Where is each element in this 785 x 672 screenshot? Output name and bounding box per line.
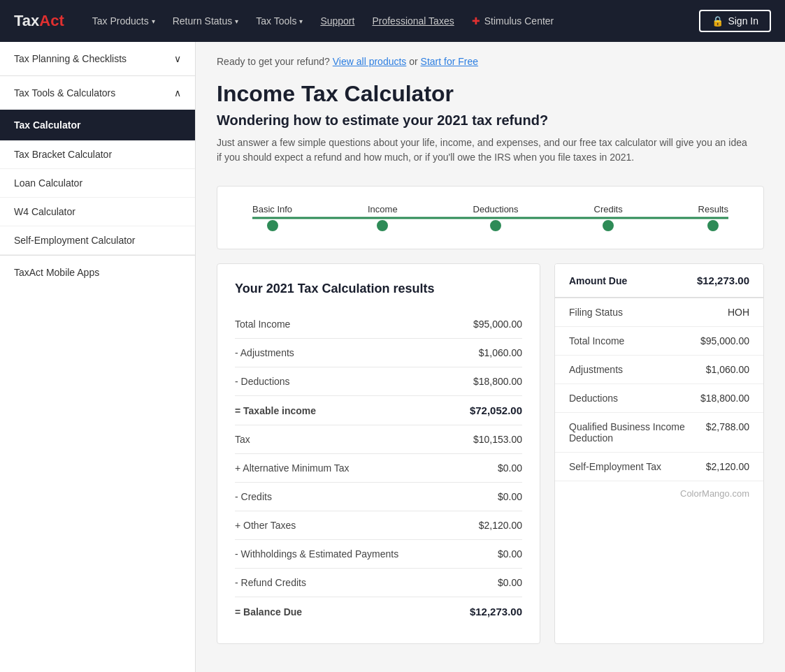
sidebar-section-tools: Tax Tools & Calculators ∧ Tax Calculator… — [0, 76, 195, 256]
refund-banner: Ready to get your refund? View all produ… — [217, 56, 764, 67]
nav-professional-taxes[interactable]: Professional Taxes — [365, 10, 461, 32]
sidebar-item-tax-bracket[interactable]: Tax Bracket Calculator — [0, 140, 195, 169]
result-adjustments: - Adjustments $1,060.00 — [235, 339, 522, 367]
summary-adjustments: Adjustments $1,060.00 — [555, 356, 763, 384]
result-other-taxes: + Other Taxes $2,120.00 — [235, 511, 522, 540]
result-deductions: - Deductions $18,800.00 — [235, 367, 522, 396]
step-deductions[interactable]: Deductions — [473, 204, 519, 231]
summary-header: Amount Due $12,273.00 — [555, 264, 763, 298]
sidebar-header-planning[interactable]: Tax Planning & Checklists ∨ — [0, 42, 195, 75]
nav-support[interactable]: Support — [313, 10, 361, 32]
summary-qbi-deduction: Qualified Business Income Deduction $2,7… — [555, 413, 763, 453]
page-subtitle: Wondering how to estimate your 2021 tax … — [217, 112, 764, 129]
nav-stimulus-center[interactable]: ✚ Stimulus Center — [465, 10, 561, 32]
signin-button[interactable]: 🔒 Sign In — [699, 10, 771, 32]
step-dot — [490, 220, 501, 231]
sidebar: Tax Planning & Checklists ∨ Tax Tools & … — [0, 42, 196, 672]
results-main-card: Your 2021 Tax Calculation results Total … — [217, 263, 540, 644]
chevron-down-icon: ▾ — [235, 17, 238, 25]
result-withholdings: - Withholdings & Estimated Payments $0.0… — [235, 540, 522, 569]
summary-deductions: Deductions $18,800.00 — [555, 384, 763, 413]
chevron-up-icon: ∧ — [174, 87, 181, 98]
chevron-down-icon: ▾ — [299, 17, 303, 25]
logo-act: Act — [39, 12, 64, 30]
step-dot — [707, 220, 719, 231]
step-credits[interactable]: Credits — [594, 204, 623, 231]
lock-icon: 🔒 — [712, 15, 723, 27]
nav-tax-products[interactable]: Tax Products ▾ — [85, 10, 162, 32]
main-layout: Tax Planning & Checklists ∨ Tax Tools & … — [0, 42, 785, 672]
result-total-income: Total Income $95,000.00 — [235, 310, 522, 339]
result-credits: - Credits $0.00 — [235, 483, 522, 511]
result-taxable-income: = Taxable income $72,052.00 — [235, 396, 522, 425]
summary-filing-status: Filing Status HOH — [555, 298, 763, 327]
result-balance-due: = Balance Due $12,273.00 — [235, 597, 522, 626]
main-content: Ready to get your refund? View all produ… — [196, 42, 785, 672]
result-tax: Tax $10,153.00 — [235, 425, 522, 454]
result-alt-min-tax: + Alternative Minimum Tax $0.00 — [235, 454, 522, 483]
view-all-products-link[interactable]: View all products — [333, 56, 407, 67]
summary-self-employment-tax: Self-Employment Tax $2,120.00 — [555, 453, 763, 481]
sidebar-tools-label: Tax Tools & Calculators — [14, 87, 115, 98]
nav-return-status[interactable]: Return Status ▾ — [166, 10, 246, 32]
results-layout: Your 2021 Tax Calculation results Total … — [217, 263, 764, 644]
progress-track: Basic Info Income Deductions Credits — [252, 204, 728, 231]
sidebar-active-item[interactable]: Tax Calculator — [0, 110, 195, 140]
red-cross-icon: ✚ — [472, 15, 480, 27]
summary-card: Amount Due $12,273.00 Filing Status HOH … — [554, 263, 764, 644]
page-description: Just answer a few simple questions about… — [217, 136, 748, 165]
nav-tax-tools[interactable]: Tax Tools ▾ — [249, 10, 310, 32]
sidebar-item-self-employment[interactable]: Self-Employment Calculator — [0, 226, 195, 255]
step-basic-info[interactable]: Basic Info — [252, 204, 292, 231]
sidebar-item-mobile-apps[interactable]: TaxAct Mobile Apps — [0, 256, 195, 289]
progress-steps: Basic Info Income Deductions Credits — [252, 204, 728, 231]
sidebar-section-planning: Tax Planning & Checklists ∨ — [0, 42, 195, 76]
sidebar-planning-label: Tax Planning & Checklists — [14, 53, 127, 64]
start-for-free-link[interactable]: Start for Free — [421, 56, 478, 67]
chevron-down-icon: ∨ — [174, 53, 181, 64]
sidebar-item-w4[interactable]: W4 Calculator — [0, 198, 195, 226]
step-dot — [603, 220, 614, 231]
results-title: Your 2021 Tax Calculation results — [235, 282, 522, 296]
summary-amount-due-label: Amount Due — [569, 275, 627, 286]
navbar: TaxAct Tax Products ▾ Return Status ▾ Ta… — [0, 0, 785, 42]
watermark: ColorMango.com — [555, 481, 763, 506]
sidebar-item-loan[interactable]: Loan Calculator — [0, 169, 195, 198]
summary-amount-due-value: $12,273.00 — [697, 275, 749, 286]
sidebar-header-tools[interactable]: Tax Tools & Calculators ∧ — [0, 76, 195, 110]
logo-tax: Tax — [14, 12, 39, 30]
result-refund-credits: - Refund Credits $0.00 — [235, 569, 522, 597]
step-income[interactable]: Income — [368, 204, 398, 231]
step-dot — [267, 220, 278, 231]
page-title: Income Tax Calculator — [217, 81, 764, 107]
step-results[interactable]: Results — [698, 204, 728, 231]
nav-links: Tax Products ▾ Return Status ▾ Tax Tools… — [85, 10, 700, 32]
step-dot — [377, 220, 388, 231]
summary-total-income: Total Income $95,000.00 — [555, 327, 763, 356]
progress-section: Basic Info Income Deductions Credits — [217, 186, 764, 249]
logo[interactable]: TaxAct — [14, 12, 64, 30]
chevron-down-icon: ▾ — [152, 17, 155, 25]
